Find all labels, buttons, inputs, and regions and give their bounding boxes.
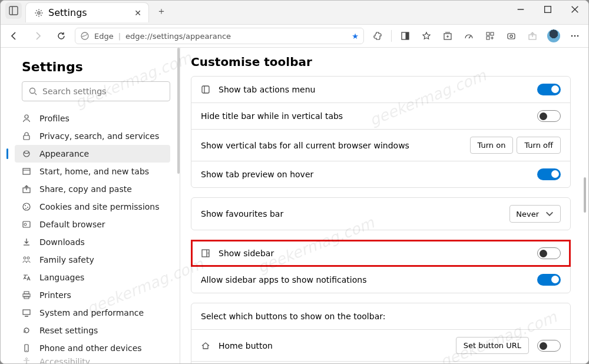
sidebar-item-profiles[interactable]: Profiles [15,110,170,127]
sidebar-item-privacy-search-and-services[interactable]: Privacy, search, and services [15,127,170,145]
sidebar-item-appearance[interactable]: Appearance [15,145,170,163]
svg-rect-16 [491,32,494,35]
collections-icon[interactable] [438,26,458,46]
gear-icon [34,8,44,18]
sidebar-item-label: Default browser [39,220,105,229]
address-bar[interactable]: Edge | edge://settings/appearance ★ [75,28,364,44]
window-minimize-button[interactable] [507,1,534,18]
profile-avatar[interactable] [544,26,564,46]
tab-settings[interactable]: Settings ✕ [25,2,149,22]
address-origin-label: Edge [94,32,114,41]
svg-rect-9 [406,32,409,39]
svg-point-42 [27,257,29,259]
refresh-button[interactable] [51,26,71,46]
address-separator: | [118,32,121,41]
sidebar-item-label: Start, home, and new tabs [39,167,149,176]
window-icon [22,167,31,176]
apps-icon[interactable] [480,26,500,46]
turn-off-button[interactable]: Turn off [517,137,561,154]
svg-line-27 [35,93,37,95]
sidebar-item-start-home-and-new-tabs[interactable]: Start, home, and new tabs [15,163,170,180]
screenshot-icon[interactable] [501,26,521,46]
sidebar-item-system-and-performance[interactable]: System and performance [15,304,170,322]
sidebar-item-label: Printers [39,290,71,300]
setting-row: Show tab preview on hover [191,161,570,187]
setting-label: Show vertical tabs for all current brows… [201,141,462,150]
browser-icon [22,220,31,229]
tab-actions-icon [201,85,210,94]
svg-rect-46 [23,310,30,315]
sidebar-item-share-copy-and-paste[interactable]: Share, copy and paste [15,180,170,198]
sidebar-item-family-safety[interactable]: Family safety [15,251,170,269]
toggle[interactable] [537,274,561,286]
home-icon [201,341,210,350]
favourite-star-icon[interactable]: ★ [352,32,359,41]
performance-icon[interactable] [459,26,479,46]
svg-point-26 [30,88,35,94]
settings-main: Customise toolbar Show tab actions menuH… [180,48,588,363]
back-button[interactable] [4,26,24,46]
select-dropdown[interactable]: Never [509,205,561,223]
settings-search-input[interactable]: Search settings [22,81,170,101]
sidebar-item-cookies-and-site-permissions[interactable]: Cookies and site permissions [15,198,170,216]
svg-point-21 [510,35,512,37]
extensions-icon[interactable] [368,26,388,46]
set-url-button[interactable]: Set button URL [456,337,529,354]
window-maximize-button[interactable] [534,1,561,18]
new-tab-button[interactable]: ＋ [153,2,170,20]
share-icon[interactable] [522,26,542,46]
sidebar-scrollbar[interactable] [177,48,180,174]
share-icon [22,184,31,194]
sidebar-item-label: Languages [39,273,84,282]
tab-actions-button[interactable] [5,2,22,19]
toolbar-group-2: Show favourites barNever [191,197,571,230]
phone-icon [22,343,31,353]
more-menu-button[interactable] [565,26,585,46]
family-icon [22,255,31,264]
svg-point-28 [25,115,28,118]
toggle[interactable] [537,247,561,259]
titlebar: Settings ✕ ＋ [1,1,588,24]
sidebar-item-phone-and-other-devices[interactable]: Phone and other devices [15,339,170,357]
svg-point-50 [26,358,28,360]
svg-rect-20 [508,34,515,39]
forward-button[interactable] [28,26,48,46]
toggle[interactable] [537,84,561,95]
svg-point-41 [24,257,26,259]
address-url: edge://settings/appearance [125,32,231,41]
sidebar-item-downloads[interactable]: Downloads [15,233,170,251]
tab-close-icon[interactable]: ✕ [134,8,141,18]
svg-point-37 [25,208,27,209]
group-header: Select which buttons to show on the tool… [191,303,570,329]
printer-icon [22,290,31,300]
edge-logo-icon [80,31,90,41]
sidebar-item-label: Cookies and site permissions [39,202,160,211]
sidebar-item-label: Accessibility [39,357,90,364]
sidebar-item-label: Reset settings [39,326,98,335]
main-scrollbar[interactable] [584,177,586,213]
sidebar-item-label: Downloads [39,237,85,247]
svg-point-49 [26,350,27,350]
sidebar-toggle-icon[interactable] [395,26,415,46]
toggle[interactable] [537,168,561,180]
setting-row: Home buttonSet button URL [191,329,570,361]
lock-icon [22,131,31,141]
toggle[interactable] [537,340,561,352]
svg-rect-4 [545,6,551,13]
setting-label: Show tab actions menu [219,85,529,94]
sidebar-item-reset-settings[interactable]: Reset settings [15,322,170,339]
setting-label: Home button [219,341,448,350]
sidebar-item-languages[interactable]: Languages [15,269,170,286]
window-close-button[interactable] [561,1,588,18]
toggle[interactable] [537,110,561,122]
turn-on-button[interactable]: Turn on [470,137,514,154]
sidebar-item-printers[interactable]: Printers [15,286,170,304]
svg-point-34 [23,203,30,210]
favourites-icon[interactable] [416,26,436,46]
setting-row: Show sidebar [191,240,570,266]
sidebar-item-accessibility[interactable]: Accessibility [15,357,170,364]
toolbar: Edge | edge://settings/appearance ★ [1,24,588,48]
chevron-down-icon [545,209,554,219]
download-icon [22,237,31,247]
sidebar-item-default-browser[interactable]: Default browser [15,216,170,233]
